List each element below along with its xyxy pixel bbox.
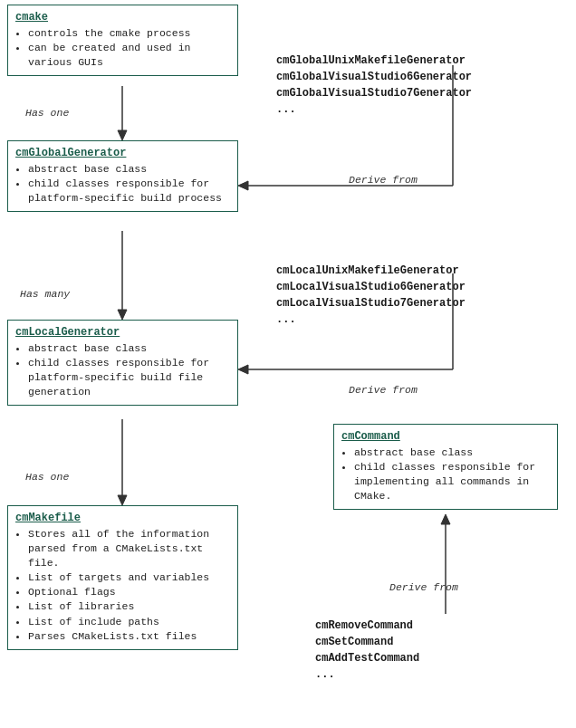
commands-line-3: ...	[315, 666, 419, 683]
local-gen-line-0: cmLocalUnixMakefileGenerator	[276, 263, 466, 279]
commands-label: cmRemoveCommand cmSetCommand cmAddTestCo…	[315, 618, 419, 683]
box-cmcommand-bullets: abstract base class child classes respon…	[354, 445, 550, 503]
box-cmlocalgenerator-bullets: abstract base class child classes respon…	[28, 341, 230, 399]
box-cmake: cmake controls the cmake process can be …	[7, 5, 238, 76]
box-cmmakefile-bullet-3: List of libraries	[28, 599, 230, 614]
global-gen-line-1: cmGlobalVisualStudio6Generator	[276, 69, 472, 85]
box-cmmakefile-bullets: Stores all of the information parsed fro…	[28, 527, 230, 644]
box-cmglobalgenerator-bullet-0: abstract base class	[28, 162, 230, 177]
box-cmake-bullet-0: controls the cmake process	[28, 26, 230, 41]
box-cmmakefile-bullet-4: List of include paths	[28, 615, 230, 629]
commands-line-0: cmRemoveCommand	[315, 618, 419, 634]
diagram: cmake controls the cmake process can be …	[0, 0, 576, 728]
box-cmake-title: cmake	[15, 11, 230, 24]
svg-marker-3	[118, 310, 127, 320]
box-cmcommand-bullet-0: abstract base class	[354, 445, 550, 460]
box-cmmakefile-bullet-0: Stores all of the information parsed fro…	[28, 527, 230, 570]
box-cmmakefile-bullet-5: Parses CMakeLists.txt files	[28, 629, 230, 644]
box-cmake-bullets: controls the cmake process can be create…	[28, 26, 230, 70]
svg-marker-1	[118, 130, 127, 140]
svg-marker-8	[238, 181, 248, 190]
global-gen-line-3: ...	[276, 101, 472, 118]
box-cmmakefile-bullet-2: Optional flags	[28, 585, 230, 599]
global-gen-line-0: cmGlobalUnixMakefileGenerator	[276, 53, 472, 69]
box-cmcommand-title: cmCommand	[341, 430, 550, 443]
box-cmmakefile-bullet-1: List of targets and variables	[28, 570, 230, 585]
box-cmglobalgenerator: cmGlobalGenerator abstract base class ch…	[7, 140, 238, 212]
svg-marker-11	[238, 365, 248, 374]
local-generators-label: cmLocalUnixMakefileGenerator cmLocalVisu…	[276, 263, 466, 328]
box-cmmakefile-title: cmMakefile	[15, 512, 230, 524]
global-generators-label: cmGlobalUnixMakefileGenerator cmGlobalVi…	[276, 53, 472, 118]
box-cmglobalgenerator-title: cmGlobalGenerator	[15, 147, 230, 159]
derive-from-1-label: Derive from	[349, 174, 418, 186]
commands-line-1: cmSetCommand	[315, 634, 419, 650]
box-cmlocalgenerator-bullet-0: abstract base class	[28, 341, 230, 356]
box-cmlocalgenerator: cmLocalGenerator abstract base class chi…	[7, 320, 238, 406]
box-cmmakefile: cmMakefile Stores all of the information…	[7, 505, 238, 650]
commands-line-2: cmAddTestCommand	[315, 650, 419, 666]
global-gen-line-2: cmGlobalVisualStudio7Generator	[276, 85, 472, 101]
box-cmcommand-bullet-1: child classes responsible for implementi…	[354, 460, 550, 503]
has-one-2-label: Has one	[25, 471, 69, 483]
box-cmake-bullet-1: can be created and used in various GUIs	[28, 41, 230, 70]
box-cmglobalgenerator-bullets: abstract base class child classes respon…	[28, 162, 230, 206]
box-cmcommand: cmCommand abstract base class child clas…	[333, 424, 558, 510]
svg-marker-13	[441, 514, 450, 524]
derive-from-3-label: Derive from	[389, 581, 458, 593]
has-many-label: Has many	[20, 288, 70, 300]
box-cmglobalgenerator-bullet-1: child classes responsible for platform-s…	[28, 177, 230, 206]
svg-marker-5	[118, 495, 127, 505]
local-gen-line-1: cmLocalVisualStudio6Generator	[276, 279, 466, 295]
local-gen-line-3: ...	[276, 311, 466, 328]
has-one-1-label: Has one	[25, 107, 69, 119]
box-cmlocalgenerator-bullet-1: child classes responsible for platform-s…	[28, 356, 230, 399]
derive-from-2-label: Derive from	[349, 384, 418, 396]
local-gen-line-2: cmLocalVisualStudio7Generator	[276, 295, 466, 311]
box-cmlocalgenerator-title: cmLocalGenerator	[15, 326, 230, 339]
